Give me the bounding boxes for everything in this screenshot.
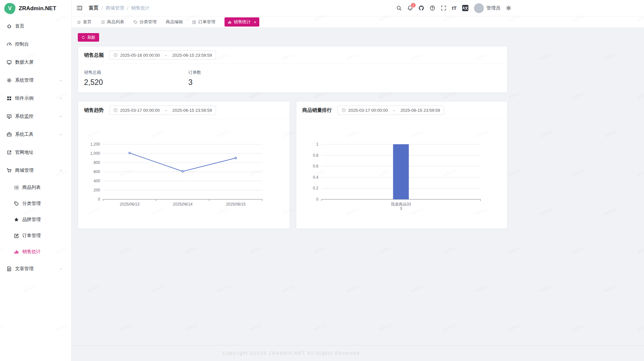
sidebar-item-label: 官网地址 (15, 150, 33, 155)
svg-text:0.2: 0.2 (313, 186, 318, 191)
tab-label: 销售统计 (234, 19, 251, 25)
svg-text:1: 1 (316, 142, 318, 147)
clock-icon (341, 108, 346, 112)
tab-category-admin[interactable]: 分类管理 (133, 19, 157, 25)
monitor-icon (7, 114, 12, 119)
stat-order-count: 订单数3 (188, 70, 293, 87)
sidebar-item-website[interactable]: 官网地址 (0, 143, 71, 161)
sidebar-item-sales-stats[interactable]: 销售统计 (0, 244, 71, 260)
breadcrumb-separator: / (127, 6, 128, 11)
external-icon (7, 150, 12, 155)
list-icon (101, 20, 105, 24)
close-icon[interactable]: × (254, 20, 256, 24)
sales-total-card: 销售总额 2025-05-16 00:00:00 - 2025-06-15 23… (78, 46, 507, 93)
trend-date-range-picker[interactable]: 2025-03-17 00:00:00 - 2025-06-15 23:59:5… (109, 106, 216, 115)
help-icon[interactable] (430, 5, 435, 11)
sidebar-item-mall-admin[interactable]: 商城管理 (0, 161, 71, 179)
sidebar-item-system-monitor[interactable]: 系统监控 (0, 107, 71, 125)
tab-label: 首页 (83, 19, 92, 25)
doc-icon (7, 266, 12, 271)
screen-icon (7, 60, 12, 65)
sidebar-item-label: 系统监控 (15, 113, 33, 119)
barchart-icon (14, 249, 19, 254)
svg-text:3: 3 (400, 206, 402, 211)
search-icon[interactable] (396, 5, 402, 11)
sidebar-item-home[interactable]: 首页 (0, 17, 71, 35)
svg-text:0.8: 0.8 (313, 153, 318, 158)
card-header: 销售总额 2025-05-16 00:00:00 - 2025-06-15 23… (78, 47, 507, 64)
sidebar-item-category-admin[interactable]: 分类管理 (0, 195, 71, 211)
tab-home[interactable]: 首页 (77, 19, 92, 25)
tag-icon (133, 20, 138, 24)
date-start: 2025-03-17 00:00:00 (120, 108, 160, 113)
svg-text:1,200: 1,200 (90, 142, 100, 147)
github-icon[interactable] (419, 5, 424, 11)
data-point (235, 157, 237, 159)
chevron-down-icon (59, 78, 63, 82)
notification-badge: 1 (411, 3, 416, 8)
home-icon (7, 24, 12, 29)
breadcrumb-home[interactable]: 首页 (89, 5, 98, 11)
sidebar-item-product-list[interactable]: 商品列表 (0, 179, 71, 195)
logo-letter: V (8, 6, 12, 11)
tab-bar: 首页商品列表分类管理商品编辑订单管理销售统计× (72, 16, 644, 28)
tab-sales-stats[interactable]: 销售统计× (225, 17, 259, 27)
sidebar-item-console[interactable]: 控制台 (0, 35, 71, 53)
sidebar-item-data-screen[interactable]: 数据大屏 (0, 53, 71, 71)
sidebar-item-components[interactable]: 组件示例 (0, 89, 71, 107)
font-size-icon[interactable]: tT (452, 5, 457, 11)
cart-icon (7, 168, 12, 173)
product-ranking-card-title: 商品销量排行 (302, 107, 332, 113)
summary-date-range-picker[interactable]: 2025-05-16 00:00:00 - 2025-06-15 23:59:5… (109, 50, 216, 60)
sidebar-item-label: 订单管理 (22, 233, 41, 239)
refresh-button[interactable]: 刷新 (78, 33, 99, 42)
sidebar-item-label: 商品列表 (22, 185, 41, 191)
notifications-button[interactable]: 1 (407, 5, 413, 11)
date-end: 2025-06-15 23:59:59 (172, 53, 212, 58)
copyright: Copyright ©2025 ZRAdmin.NET All Rights R… (72, 346, 513, 361)
svg-text:0: 0 (98, 197, 100, 202)
tab-order-admin[interactable]: 订单管理 (192, 19, 215, 25)
user-menu[interactable]: 管理员 (474, 3, 500, 13)
date-start: 2025-05-16 00:00:00 (120, 53, 160, 58)
sidebar-item-order-admin[interactable]: 订单管理 (0, 228, 71, 244)
sales-trend-card: 销售趋势 2025-03-17 00:00:00 - 2025-06-15 23… (78, 101, 290, 229)
sales-trend-card-title: 销售趋势 (84, 107, 104, 113)
fullscreen-icon[interactable] (441, 5, 446, 11)
ranking-date-range-picker[interactable]: 2025-03-17 00:00:00 - 2025-06-15 23:59:5… (337, 106, 444, 115)
sidebar-item-label: 系统工具 (15, 131, 33, 137)
date-end: 2025-06-15 23:59:59 (172, 108, 212, 113)
sidebar-item-label: 文章管理 (15, 266, 33, 272)
stat-label: 订单数 (188, 70, 293, 75)
chevron-up-icon (59, 169, 63, 172)
sidebar-item-label: 首页 (15, 23, 24, 29)
svg-text:800: 800 (94, 160, 100, 165)
home-icon (77, 20, 81, 24)
settings-icon[interactable] (506, 5, 511, 11)
sidebar-item-label: 分类管理 (22, 201, 41, 207)
translate-icon[interactable]: A文 (462, 5, 468, 11)
sidebar-item-system-tools[interactable]: 系统工具 (0, 125, 71, 143)
sales-trend-chart: 02004006008001,0001,2002025/06/132025/06… (81, 124, 284, 222)
content-area: 刷新 销售总额 2025-05-16 00:00:00 - 2025-06-15… (72, 28, 644, 345)
tab-label: 商品编辑 (166, 19, 183, 25)
main-area: 首页 / 商城管理 / 销售统计 1 tT A文 管理员 (72, 0, 644, 361)
toolbox-icon (7, 132, 12, 137)
sidebar-item-system-admin[interactable]: 系统管理 (0, 71, 71, 89)
collapse-sidebar-icon[interactable] (76, 5, 83, 11)
gauge-icon (7, 42, 12, 47)
chevron-down-icon (59, 267, 63, 271)
svg-text:1,000: 1,000 (90, 151, 100, 156)
list-icon (14, 185, 19, 190)
date-separator: - (394, 108, 395, 113)
svg-text:600: 600 (94, 170, 100, 174)
tab-product-edit[interactable]: 商品编辑 (166, 19, 183, 25)
tab-label: 商品列表 (107, 19, 124, 25)
bar (393, 144, 409, 199)
sidebar-item-brand-admin[interactable]: 品牌管理 (0, 211, 71, 228)
tab-label: 分类管理 (140, 19, 157, 25)
sidebar-item-label: 控制台 (15, 41, 29, 47)
sidebar-item-article-admin[interactable]: 文章管理 (0, 260, 71, 278)
card-header: 商品销量排行 2025-03-17 00:00:00 - 2025-06-15 … (296, 102, 507, 119)
tab-product-list[interactable]: 商品列表 (101, 19, 124, 25)
